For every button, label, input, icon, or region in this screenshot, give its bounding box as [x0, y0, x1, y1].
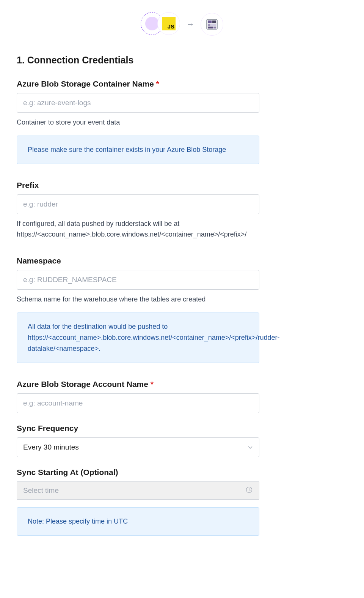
arrow-right-icon: → — [186, 19, 195, 29]
account-name-input[interactable] — [17, 393, 259, 413]
storage-grid-icon — [206, 18, 218, 31]
sync-start-info-box: Note: Please specify time in UTC — [17, 507, 259, 536]
purple-dot-icon — [145, 17, 159, 30]
destination-icon — [201, 13, 223, 36]
account-name-label: Azure Blob Storage Account Name * — [17, 380, 347, 389]
prefix-help: If configured, all data pushed by rudder… — [17, 219, 297, 240]
prefix-label: Prefix — [17, 181, 347, 190]
container-name-info-box: Please make sure the container exists in… — [17, 136, 259, 164]
svg-rect-6 — [213, 27, 216, 28]
namespace-info-box: All data for the destination would be pu… — [17, 312, 259, 363]
container-name-help: Container to store your event data — [17, 117, 297, 128]
js-badge-icon: JS — [162, 17, 176, 30]
sync-start-timepicker[interactable]: Select time — [17, 481, 259, 500]
connection-flow-header: JS → — [17, 12, 347, 36]
required-indicator: * — [151, 380, 154, 388]
section-title: 1. Connection Credentials — [17, 55, 347, 66]
account-name-field-group: Azure Blob Storage Account Name * — [17, 380, 347, 413]
sync-frequency-field-group: Sync Frequency Every 30 minutes — [17, 424, 347, 457]
svg-rect-5 — [208, 27, 213, 28]
label-text: Azure Blob Storage Container Name — [17, 79, 154, 88]
svg-rect-3 — [208, 24, 210, 26]
svg-rect-2 — [212, 21, 216, 23]
sync-frequency-label: Sync Frequency — [17, 424, 347, 433]
namespace-label: Namespace — [17, 256, 347, 265]
svg-rect-1 — [208, 21, 212, 23]
namespace-input[interactable] — [17, 270, 259, 290]
sync-start-field-group: Sync Starting At (Optional) Select time … — [17, 468, 347, 536]
namespace-help: Schema name for the warehouse where the … — [17, 294, 297, 305]
svg-rect-4 — [211, 24, 216, 26]
prefix-input[interactable] — [17, 194, 259, 214]
container-name-label: Azure Blob Storage Container Name * — [17, 79, 347, 88]
sync-start-label: Sync Starting At (Optional) — [17, 468, 347, 477]
required-indicator: * — [156, 79, 159, 88]
source-icons: JS — [141, 12, 180, 36]
prefix-field-group: Prefix If configured, all data pushed by… — [17, 181, 347, 240]
sync-frequency-select[interactable]: Every 30 minutes — [17, 437, 259, 457]
container-name-input[interactable] — [17, 93, 259, 113]
label-text: Azure Blob Storage Account Name — [17, 380, 148, 388]
namespace-field-group: Namespace Schema name for the warehouse … — [17, 256, 347, 363]
javascript-source-icon: JS — [157, 12, 180, 35]
container-name-field-group: Azure Blob Storage Container Name * Cont… — [17, 79, 347, 164]
